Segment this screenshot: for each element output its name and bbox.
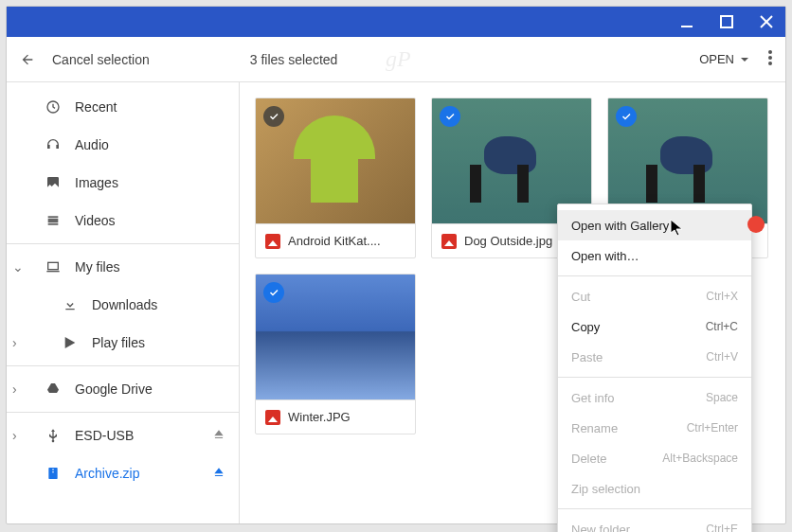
- menu-item-shortcut: Ctrl+X: [706, 290, 738, 303]
- arrow-back-icon: [20, 52, 35, 67]
- menu-item-label: New folder: [571, 523, 630, 533]
- file-caption: Winter.JPG: [256, 399, 415, 434]
- window-maximize-button[interactable]: [715, 10, 738, 33]
- menu-item-label: Zip selection: [571, 482, 640, 496]
- menu-item-label: Open with Gallery: [571, 219, 669, 233]
- menu-separator: [558, 508, 751, 509]
- watermark: gP: [386, 46, 411, 72]
- menu-item-shortcut: Space: [706, 391, 738, 404]
- svg-rect-11: [52, 471, 53, 472]
- laptop-icon: [45, 259, 62, 275]
- sidebar-item-label: Play files: [92, 335, 145, 350]
- sidebar-item-images[interactable]: Images: [7, 164, 239, 202]
- chevron-down-icon: ⌄: [12, 259, 26, 275]
- sidebar-item-label: Images: [75, 175, 118, 190]
- menu-item-copy[interactable]: Copy Ctrl+C: [558, 311, 751, 342]
- window-close-button[interactable]: [755, 10, 778, 33]
- sidebar-item-recent[interactable]: Recent: [7, 88, 239, 126]
- menu-item-new-folder: New folder Ctrl+E: [558, 514, 751, 532]
- eject-icon[interactable]: [212, 428, 225, 444]
- sidebar-item-google-drive[interactable]: › Google Drive: [7, 370, 239, 408]
- sidebar-item-label: My files: [75, 259, 119, 275]
- eject-icon[interactable]: [212, 466, 225, 482]
- file-name: Dog Outside.jpg: [464, 234, 552, 248]
- chevron-right-icon: ›: [12, 335, 26, 350]
- svg-point-4: [768, 50, 772, 54]
- menu-item-shortcut: Ctrl+E: [706, 523, 738, 532]
- menu-item-label: Paste: [571, 350, 603, 364]
- sidebar: Recent Audio Images Videos ⌄ My files: [7, 82, 240, 523]
- menu-item-label: Delete: [571, 452, 607, 466]
- sidebar-item-label: Downloads: [92, 297, 157, 312]
- image-file-icon: [441, 234, 457, 249]
- files-app-window: Cancel selection 3 files selected OPEN g…: [6, 6, 786, 524]
- sidebar-item-downloads[interactable]: Downloads: [7, 286, 239, 324]
- menu-item-label: Copy: [571, 320, 600, 334]
- window-titlebar: [7, 7, 785, 37]
- menu-item-label: Cut: [571, 290, 590, 304]
- sidebar-item-label: ESD-USB: [75, 428, 134, 443]
- menu-item-shortcut: Ctrl+C: [706, 320, 738, 333]
- selection-badge[interactable]: [616, 106, 637, 127]
- kebab-icon: [768, 50, 772, 65]
- svg-point-5: [768, 56, 772, 60]
- file-thumbnail: [256, 275, 415, 399]
- menu-item-cut: Cut Ctrl+X: [558, 281, 751, 311]
- file-card[interactable]: Winter.JPG: [255, 274, 416, 434]
- menu-item-paste: Paste Ctrl+V: [558, 342, 751, 372]
- cancel-selection-button[interactable]: Cancel selection: [20, 52, 150, 67]
- menu-item-shortcut: Ctrl+V: [706, 350, 738, 364]
- context-menu: Open with Gallery Open with… Cut Ctrl+X …: [557, 204, 752, 532]
- zip-file-icon: [45, 466, 62, 481]
- headphones-icon: [45, 137, 62, 152]
- mouse-cursor-icon: [670, 219, 685, 238]
- file-thumbnail: [256, 98, 415, 223]
- open-button[interactable]: OPEN: [699, 52, 749, 66]
- drive-icon: [45, 381, 62, 397]
- menu-item-zip: Zip selection: [558, 473, 751, 504]
- sidebar-item-label: Archive.zip: [75, 466, 139, 481]
- sidebar-item-label: Audio: [75, 137, 109, 152]
- menu-item-label: Rename: [571, 421, 618, 435]
- menu-item-get-info: Get info Space: [558, 382, 751, 413]
- selection-badge[interactable]: [263, 106, 284, 127]
- sidebar-item-esd-usb[interactable]: › ESD-USB: [7, 417, 239, 454]
- more-options-button[interactable]: [768, 50, 772, 69]
- sidebar-item-my-files[interactable]: ⌄ My files: [7, 248, 239, 286]
- menu-item-shortcut: Alt+Backspace: [662, 452, 738, 465]
- sidebar-item-archive[interactable]: Archive.zip: [7, 454, 239, 492]
- chevron-right-icon: ›: [12, 381, 26, 397]
- sidebar-item-videos[interactable]: Videos: [7, 202, 239, 239]
- file-card[interactable]: Android KitKat....: [255, 98, 416, 258]
- sidebar-item-audio[interactable]: Audio: [7, 126, 239, 164]
- selection-status: 3 files selected: [150, 52, 699, 67]
- file-caption: Android KitKat....: [256, 223, 415, 257]
- menu-item-shortcut: Ctrl+Enter: [687, 421, 738, 434]
- clock-icon: [45, 99, 62, 115]
- menu-item-label: Open with…: [571, 249, 639, 263]
- sidebar-separator: [7, 243, 239, 244]
- caret-down-icon: [740, 55, 749, 64]
- video-icon: [45, 213, 62, 228]
- menu-item-open-with[interactable]: Open with…: [558, 240, 751, 271]
- file-name: Android KitKat....: [288, 234, 381, 248]
- sidebar-item-play-files[interactable]: › Play files: [7, 324, 239, 362]
- sidebar-separator: [7, 365, 239, 366]
- svg-rect-10: [52, 469, 53, 470]
- sidebar-separator: [7, 412, 239, 413]
- selection-badge[interactable]: [440, 106, 460, 127]
- menu-separator: [558, 275, 751, 276]
- toolbar: Cancel selection 3 files selected OPEN g…: [7, 37, 785, 82]
- menu-item-label: Get info: [571, 391, 615, 405]
- sidebar-item-label: Recent: [75, 99, 117, 115]
- menu-item-delete: Delete Alt+Backspace: [558, 443, 751, 473]
- download-icon: [62, 297, 79, 312]
- menu-item-open-gallery[interactable]: Open with Gallery: [558, 210, 751, 240]
- svg-rect-8: [48, 262, 59, 269]
- play-icon: [62, 335, 79, 350]
- window-minimize-button[interactable]: [675, 10, 698, 33]
- selection-badge[interactable]: [263, 282, 284, 303]
- image-file-icon: [265, 410, 280, 425]
- file-name: Winter.JPG: [288, 410, 351, 424]
- sidebar-item-label: Google Drive: [75, 381, 153, 397]
